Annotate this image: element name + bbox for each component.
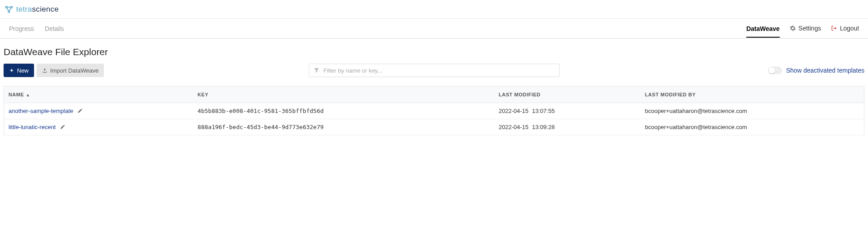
template-last-modified: 2022-04-1513:07:55: [494, 103, 641, 119]
svg-line-3: [7, 8, 9, 11]
col-header-name[interactable]: NAME▲: [4, 87, 193, 103]
svg-point-2: [8, 11, 10, 13]
nav-progress[interactable]: Progress: [9, 25, 34, 32]
filter-input[interactable]: [309, 64, 560, 77]
col-header-key[interactable]: KEY: [193, 87, 494, 103]
nav-logout-label: Logout: [840, 25, 859, 32]
nav-settings[interactable]: Settings: [790, 25, 821, 33]
col-header-last-modified-by[interactable]: LAST MODIFIED BY: [641, 87, 864, 103]
template-table: NAME▲ KEY LAST MODIFIED LAST MODIFIED BY…: [4, 86, 864, 135]
edit-icon[interactable]: [60, 124, 65, 130]
top-brand-bar: tetrascience: [0, 0, 868, 19]
nav-logout[interactable]: Logout: [831, 25, 859, 33]
template-last-modified: 2022-04-1513:09:28: [494, 119, 641, 135]
new-button-label: New: [17, 67, 29, 74]
show-deactivated-label[interactable]: Show deactivated templates: [786, 67, 864, 74]
page-title: DataWeave File Explorer: [4, 47, 864, 57]
filter-wrap: [309, 64, 560, 77]
template-last-modified-by: bcooper+uattaharon@tetrascience.com: [641, 103, 864, 119]
logout-icon: [831, 25, 837, 31]
template-key: 888a196f-bedc-45d3-be44-9d773e632e79: [193, 119, 494, 135]
table-row: another-sample-template 4b5b883b-e008-40…: [4, 103, 864, 119]
template-name-link[interactable]: little-lunatic-recent: [9, 124, 56, 130]
brand-logo[interactable]: tetrascience: [4, 5, 59, 14]
template-last-modified-by: bcooper+uattaharon@tetrascience.com: [641, 119, 864, 135]
sort-asc-icon: ▲: [26, 93, 30, 97]
plus-icon: [9, 68, 14, 73]
col-header-last-modified[interactable]: LAST MODIFIED: [494, 87, 641, 103]
import-button[interactable]: Import DataWeave: [37, 64, 104, 77]
gear-icon: [790, 25, 796, 31]
nav-dataweave[interactable]: DataWeave: [746, 25, 779, 38]
new-button[interactable]: New: [4, 64, 34, 77]
table-row: little-lunatic-recent 888a196f-bedc-45d3…: [4, 119, 864, 135]
svg-line-4: [9, 8, 11, 11]
brand-logo-icon: [4, 5, 13, 14]
template-name-link[interactable]: another-sample-template: [9, 108, 73, 114]
edit-icon[interactable]: [77, 108, 83, 113]
import-button-label: Import DataWeave: [50, 67, 98, 74]
secondary-nav: Progress Details DataWeave Settings Logo…: [0, 19, 868, 39]
upload-icon: [42, 68, 47, 73]
nav-details[interactable]: Details: [45, 25, 64, 32]
toggle-knob: [769, 67, 775, 74]
show-deactivated-toggle[interactable]: [768, 67, 782, 74]
nav-settings-label: Settings: [799, 25, 821, 32]
filter-icon: [313, 67, 320, 74]
template-key: 4b5b883b-e008-401c-9581-365bffbfd56d: [193, 103, 494, 119]
toolbar: New Import DataWeave Show deactivated te…: [4, 63, 864, 78]
brand-logo-text: tetrascience: [16, 5, 59, 14]
